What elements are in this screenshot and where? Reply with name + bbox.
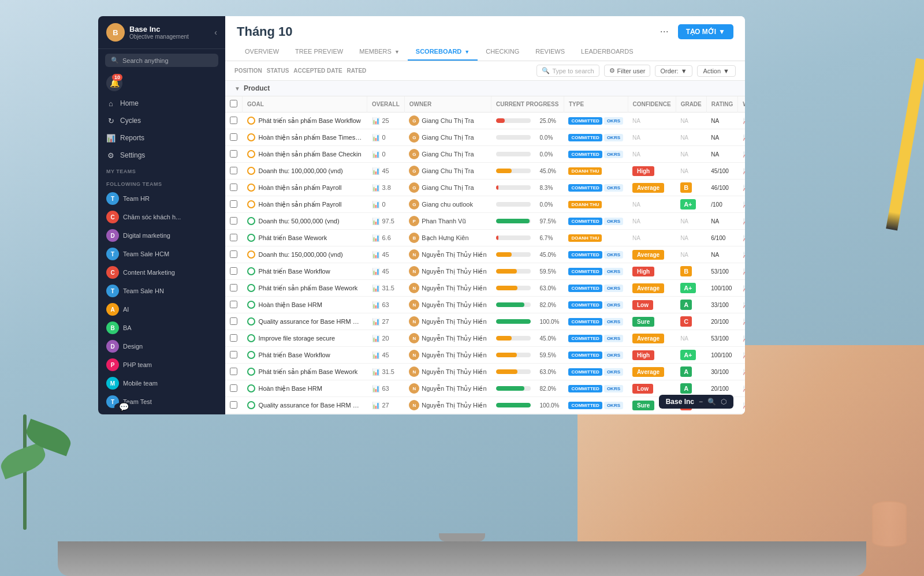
overall-cell: 📊0 — [367, 146, 405, 163]
row-checkbox[interactable] — [225, 263, 243, 280]
rating-value: 20/100 — [711, 386, 729, 392]
grade-na: NA — [680, 235, 688, 241]
row-checkbox[interactable] — [225, 196, 243, 213]
confidence-cell: NA — [628, 113, 676, 129]
more-options-button[interactable]: ··· — [655, 23, 673, 40]
owner-cell: NNguyễn Thị Thủy Hiền — [404, 414, 491, 415]
expand-button[interactable]: ⬡ — [721, 398, 726, 406]
tab-overview[interactable]: OVERVIEW — [237, 43, 287, 61]
minimize-button[interactable]: − — [699, 398, 703, 406]
sidebar-item-settings[interactable]: ⚙ Settings — [98, 147, 225, 164]
committed-badge: COMMITTED — [568, 251, 602, 259]
sidebar-item-team-content[interactable]: C Content Marketing — [98, 263, 225, 282]
sidebar-item-home[interactable]: ⌂ Home — [98, 95, 225, 112]
rating-cell: 53/100 — [706, 263, 738, 280]
goal-text: Quality assurance for Base HRM after imp… — [259, 318, 363, 325]
row-checkbox[interactable] — [225, 380, 243, 397]
owner-name: Nguyễn Thị Thủy Hiền — [422, 351, 486, 359]
sidebar-item-reports[interactable]: 📊 Reports — [98, 129, 225, 147]
weight-value: 📈1 — [743, 235, 745, 241]
collapse-icon[interactable]: ▼ — [234, 85, 240, 92]
confidence-badge: Low — [632, 384, 653, 394]
type-badge-cell: DOANH THU — [564, 196, 628, 213]
goal-circle — [247, 351, 255, 359]
row-checkbox[interactable] — [225, 113, 243, 129]
tab-checking[interactable]: CHECKING — [478, 43, 527, 61]
row-checkbox[interactable] — [225, 347, 243, 364]
goal-circle — [247, 150, 255, 158]
progress-bar-bg — [496, 286, 531, 290]
row-checkbox[interactable] — [225, 213, 243, 230]
row-checkbox[interactable] — [225, 313, 243, 330]
progress-pct-cell: 100.0% — [535, 397, 564, 414]
row-checkbox[interactable] — [225, 280, 243, 297]
sidebar-item-team-mobile[interactable]: M Mobile team — [98, 374, 225, 392]
tab-tree-preview[interactable]: TREE PREVIEW — [287, 43, 351, 61]
sidebar-item-team-design[interactable]: D Design — [98, 337, 225, 356]
row-checkbox[interactable] — [225, 397, 243, 414]
goal-text: Phát triển sản phẩm Base Wework — [259, 285, 358, 292]
type-badge-cell: COMMITTEDOKRS — [564, 263, 628, 280]
sidebar-item-team-ai[interactable]: A AI — [98, 300, 225, 319]
sidebar-item-team-hr[interactable]: T Team HR — [98, 189, 225, 208]
tab-members[interactable]: MEMBERS ▼ — [351, 43, 408, 61]
sidebar-item-team-chamsoc[interactable]: C Chăm sóc khách h... — [98, 208, 225, 226]
type-badge-cell: COMMITTEDOKRS — [564, 414, 628, 415]
weight-cell: 📈3 — [738, 347, 745, 364]
sidebar-item-cycles[interactable]: ↻ Cycles — [98, 112, 225, 129]
tab-scoreboard[interactable]: SCOREBOARD ▼ — [408, 43, 478, 61]
owner-cell: NNguyễn Thị Thủy Hiền — [404, 297, 491, 313]
progress-bar-cell — [491, 263, 535, 280]
row-checkbox[interactable] — [225, 179, 243, 196]
sidebar-item-team-php[interactable]: P PHP team — [98, 356, 225, 374]
owner-cell: NNguyễn Thị Thủy Hiền — [404, 280, 491, 297]
grade-na: NA — [680, 118, 688, 124]
row-checkbox[interactable] — [225, 297, 243, 313]
rating-cell: NA — [706, 246, 738, 263]
weight-cell: 📈1 — [738, 380, 745, 397]
sidebar-search-box[interactable]: 🔍 Search anything — [105, 54, 218, 67]
grade-cell: NA — [676, 414, 706, 415]
row-checkbox[interactable] — [225, 146, 243, 163]
action-button[interactable]: Action ▼ — [697, 65, 736, 77]
progress-bar-cell — [491, 113, 535, 129]
okrs-badge: OKRS — [604, 301, 623, 309]
filter-user-button[interactable]: ⚙ Filter user — [604, 65, 651, 77]
tab-leaderboards[interactable]: LEADERBOARDS — [573, 43, 641, 61]
confidence-cell: Low — [628, 297, 676, 313]
sidebar-item-team-sale-hn[interactable]: T Team Sale HN — [98, 282, 225, 300]
sidebar-item-team-sale-hcm[interactable]: T Team Sale HCM — [98, 245, 225, 263]
owner-avatar: N — [409, 350, 419, 360]
row-checkbox[interactable] — [225, 364, 243, 380]
grade-cell: NA — [676, 230, 706, 246]
select-all-checkbox[interactable] — [225, 96, 243, 113]
committed-badge: COMMITTED — [568, 117, 602, 125]
sidebar-collapse-button[interactable]: ‹ — [214, 28, 217, 37]
confidence-na: NA — [632, 235, 640, 241]
sidebar-item-team-ba[interactable]: B BA — [98, 319, 225, 337]
row-checkbox[interactable] — [225, 230, 243, 246]
row-checkbox[interactable] — [225, 330, 243, 347]
chat-button[interactable]: 💬 — [114, 402, 133, 412]
owner-cell: NNguyễn Thị Thủy Hiền — [404, 313, 491, 330]
order-button[interactable]: Order: ▼ — [655, 65, 692, 77]
notification-row[interactable]: 🔔 10 — [98, 72, 225, 95]
create-button[interactable]: TẠO MỚI ▼ — [678, 24, 733, 39]
goal-cell: Phát triển sản phẩm Base Wework — [243, 280, 367, 297]
row-checkbox[interactable] — [225, 163, 243, 179]
weight-cell: 📈1 — [738, 297, 745, 313]
goal-text: Phát triển Base Workflow — [259, 351, 330, 359]
col-confidence: CONFIDENCE — [628, 96, 676, 113]
tab-reviews[interactable]: REVIEWS — [527, 43, 573, 61]
overall-value: 45 — [382, 268, 389, 275]
row-checkbox[interactable] — [225, 414, 243, 415]
committed-badge: COMMITTED — [568, 134, 602, 141]
sidebar-item-team-digital[interactable]: D Digital marketing — [98, 226, 225, 245]
row-checkbox[interactable] — [225, 129, 243, 146]
goal-circle — [247, 184, 255, 192]
row-checkbox[interactable] — [225, 246, 243, 263]
search-bottom-button[interactable]: 🔍 — [707, 398, 716, 406]
type-to-search-input[interactable]: 🔍 Type to search — [536, 65, 599, 77]
weight-cell: 📈1 — [738, 179, 745, 196]
confidence-cell: NA — [628, 146, 676, 163]
